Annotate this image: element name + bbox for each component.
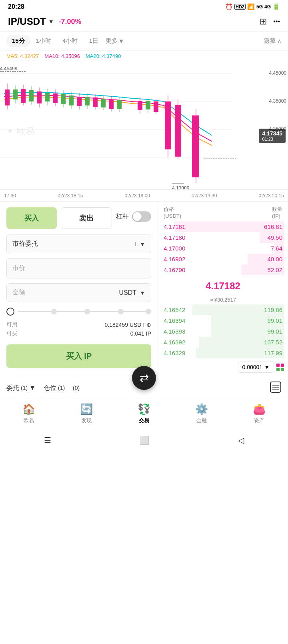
svg-rect-43 — [146, 101, 150, 109]
svg-rect-41 — [138, 101, 142, 110]
4g-icon: 4G — [264, 4, 271, 10]
svg-rect-17 — [53, 93, 58, 103]
svg-rect-37 — [175, 105, 181, 157]
order-type-arrow-icon: ▼ — [140, 241, 145, 247]
tf-tab-1h[interactable]: 1小时 — [30, 35, 57, 47]
amount-group: 金额 USDT ▼ — [6, 283, 151, 302]
price-group: 市价 — [6, 258, 151, 278]
time-tick-3: 02/23 19:30 — [192, 193, 217, 199]
tf-tab-15m[interactable]: 15分 — [6, 35, 30, 47]
home-icon: 🏠 — [22, 403, 35, 415]
can-buy-label: 可买 — [6, 330, 18, 337]
dropdown-arrow-icon[interactable]: ▼ — [48, 18, 54, 25]
amount-label: 金额 — [12, 288, 119, 297]
slider-handle[interactable] — [6, 308, 14, 316]
precision-select[interactable]: 0.00001 ▼ — [238, 362, 274, 373]
tf-more[interactable]: 更多 ▼ — [106, 37, 124, 45]
percentage-slider[interactable] — [6, 308, 151, 316]
bid-row-1: 4.16394 99.01 — [162, 315, 284, 326]
slider-track[interactable] — [18, 311, 151, 312]
bid-row-2: 4.16393 99.01 — [162, 326, 284, 337]
svg-rect-9 — [21, 89, 26, 103]
nav-item-discover[interactable]: 🔄 发现 — [70, 403, 102, 424]
hide-button[interactable]: 隐藏 ∧ — [264, 37, 282, 45]
more-options[interactable]: ••• — [273, 18, 280, 25]
nav-item-home[interactable]: 🏠 欧易 — [13, 403, 45, 424]
candlestick-chart[interactable]: 4.45499 4.45000 4.35000 4.25000 4.13889 … — [0, 62, 288, 201]
tf-tab-4h[interactable]: 4小时 — [57, 35, 83, 47]
hide-arrow-icon: ∧ — [277, 38, 282, 45]
price-high: 4.45000 — [269, 70, 286, 76]
bid-row-3: 4.16392 107.52 — [162, 337, 284, 348]
nav-item-finance[interactable]: ⚙️ 金融 — [186, 403, 218, 424]
svg-rect-23 — [77, 97, 82, 106]
slider-dot-100 — [146, 309, 151, 314]
currency-arrow-icon[interactable]: ▼ — [140, 290, 145, 296]
sell-button[interactable]: 卖出 — [61, 207, 112, 229]
orders-arrow-icon: ▼ — [29, 384, 36, 392]
status-bar: 20:28 ⏰ HD2 📶 5G 4G 🔋 — [0, 0, 288, 12]
nav-item-trade[interactable]: 💱 交易 — [128, 403, 160, 424]
currency-label: USDT — [119, 289, 137, 296]
assets-icon: 👛 — [253, 403, 266, 415]
home-button[interactable]: ⬜ — [140, 435, 150, 445]
history-icon[interactable] — [270, 381, 282, 395]
svg-rect-19 — [61, 94, 66, 104]
hd-icon: HD2 — [234, 4, 246, 10]
ask-row-3: 4.16902 40.00 — [162, 254, 284, 264]
finance-icon: ⚙️ — [195, 403, 208, 415]
ask-row-2: 4.17000 7.64 — [162, 243, 284, 254]
buy-action-button[interactable]: 买入 IP — [6, 344, 151, 368]
more-arrow-icon: ▼ — [118, 38, 124, 44]
add-icon[interactable]: ⊕ — [146, 322, 151, 328]
svg-text:4.45499: 4.45499 — [0, 66, 18, 72]
menu-button[interactable]: ☰ — [44, 435, 51, 445]
wifi-icon: 📶 — [247, 3, 255, 10]
swap-fab-button[interactable]: ⇄ — [132, 366, 156, 390]
buy-button[interactable]: 买入 — [6, 207, 57, 229]
battery-icon: 🔋 — [272, 3, 280, 10]
slider-dot-50 — [84, 309, 90, 314]
orders-tab[interactable]: 委托 (1) ▼ — [6, 384, 36, 392]
price-input[interactable]: 市价 — [6, 258, 151, 278]
svg-rect-21 — [69, 95, 74, 105]
svg-rect-15 — [45, 93, 50, 101]
svg-rect-13 — [37, 91, 42, 103]
mid-cny: ≈ ¥30.2517 — [162, 297, 284, 303]
system-nav: ☰ ⬜ ◁ — [0, 431, 288, 448]
discover-icon: 🔄 — [80, 403, 93, 415]
order-type-select[interactable]: 市价委托 ℹ ▼ — [6, 235, 151, 253]
more-icon[interactable]: ••• — [273, 18, 280, 25]
status-time: 20:28 — [8, 3, 24, 10]
time-tick-2: 02/23 19:00 — [125, 193, 150, 199]
ask-row-4: 4.16790 52.02 — [162, 264, 284, 275]
5g-icon: 5G — [256, 4, 263, 10]
nav-item-assets[interactable]: 👛 资产 — [243, 403, 275, 424]
leverage-toggle[interactable] — [132, 211, 151, 222]
positions-tab[interactable]: 仓位 (1) — [44, 384, 65, 392]
tf-tab-1d[interactable]: 1日 — [83, 35, 104, 47]
amount-input[interactable]: 金额 USDT ▼ — [6, 283, 151, 302]
price-mid1: 4.35000 — [269, 98, 286, 104]
svg-rect-29 — [101, 99, 106, 107]
svg-rect-25 — [85, 97, 90, 105]
svg-rect-11 — [29, 90, 34, 101]
ma20-indicator: MA20: 4.37490 — [86, 53, 121, 59]
can-buy-row: 可买 0.041 IP — [6, 330, 151, 337]
extra-tab[interactable]: (0) — [73, 385, 80, 391]
svg-rect-35 — [165, 101, 171, 149]
available-label: 可用 — [6, 321, 18, 328]
time-tick-0: 17:30 — [4, 193, 16, 199]
grid-view-icon[interactable] — [276, 364, 284, 371]
ma-bar: MA5: 4.32427 MA10: 4.35096 MA20: 4.37490 — [0, 51, 288, 62]
trading-pair[interactable]: IP/USDT — [8, 16, 46, 27]
back-button[interactable]: ◁ — [238, 435, 244, 445]
sub-tab-bar: 委托 (1) ▼ 仓位 (1) (0) ⇄ — [0, 377, 288, 399]
qty-header: 数量 (IP) — [272, 206, 282, 219]
bid-rows: 4.16542 119.86 4.16394 99.01 4.16393 99.… — [162, 304, 284, 358]
leverage-label: 杠杆 — [116, 213, 129, 221]
price-change: -7.00% — [59, 18, 82, 26]
chart-type-icon[interactable]: ⊞ — [260, 16, 267, 27]
time-tick-1: 02/23 18:15 — [58, 193, 83, 199]
info-icon[interactable]: ℹ — [134, 241, 136, 247]
